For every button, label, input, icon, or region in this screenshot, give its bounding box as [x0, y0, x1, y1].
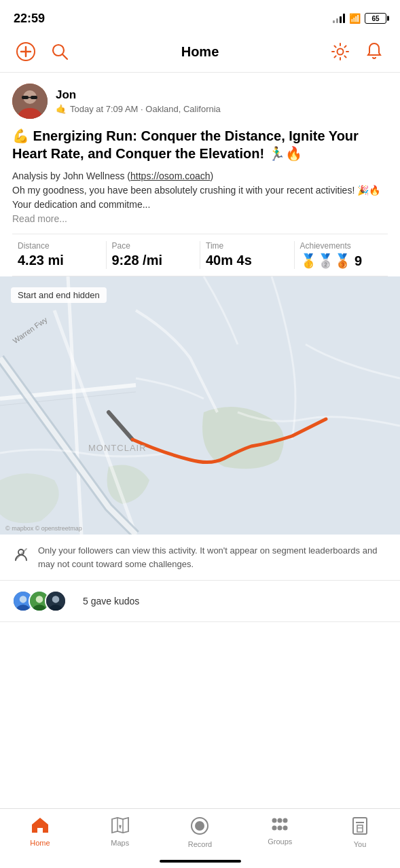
tab-you[interactable]: You [320, 814, 400, 848]
svg-point-36 [278, 818, 283, 823]
tab-maps-label: Maps [111, 839, 129, 847]
stats-row: Distance 4.23 mi Pace 9:28 /mi Time 40m … [12, 234, 388, 276]
svg-point-24 [36, 596, 43, 603]
kudos-avatars [12, 590, 67, 612]
add-button[interactable] [14, 39, 38, 64]
privacy-notice: Only your followers can view this activi… [0, 535, 400, 581]
home-indicator [160, 860, 241, 863]
stat-pace-label: Pace [112, 241, 195, 251]
tab-home[interactable]: Home [0, 814, 80, 847]
avatar[interactable] [12, 84, 48, 119]
svg-line-4 [62, 54, 67, 59]
svg-point-37 [283, 818, 288, 823]
svg-point-27 [52, 596, 60, 603]
status-bar: 22:59 📶 65 [0, 0, 400, 34]
tab-you-label: You [354, 840, 367, 848]
page-title: Home [181, 44, 219, 60]
stat-pace: Pace 9:28 /mi [107, 241, 201, 269]
post-timestamp: Today at 7:09 AM · Oakland, California [70, 104, 221, 114]
settings-button[interactable] [328, 39, 352, 64]
post-username: Jon [56, 88, 221, 102]
svg-rect-10 [31, 96, 37, 99]
tab-maps[interactable]: Maps [80, 814, 160, 847]
analysis-link[interactable]: https://osom.coach [130, 170, 211, 181]
status-icons: 📶 65 [333, 13, 386, 24]
map-city-label: MONTCLAIR [88, 443, 147, 453]
svg-point-39 [278, 826, 283, 831]
stat-distance: Distance 4.23 mi [12, 241, 107, 269]
privacy-text: Only your followers can view this activi… [38, 544, 388, 571]
stat-distance-value: 4.23 mi [18, 253, 101, 268]
read-more-button[interactable]: Read more... [12, 213, 388, 224]
svg-point-21 [20, 596, 27, 603]
svg-point-35 [272, 818, 277, 823]
hand-wave-icon: 🤙 [56, 104, 67, 114]
map-hidden-label: Start and end hidden [11, 287, 107, 303]
post-subtitle: 🤙 Today at 7:09 AM · Oakland, California [56, 104, 221, 114]
stat-time-label: Time [206, 241, 289, 251]
maps-icon [111, 817, 129, 836]
post-meta: Jon 🤙 Today at 7:09 AM · Oakland, Califo… [56, 88, 221, 114]
map-container[interactable]: © mapbox © openstreetmap Start and end h… [0, 276, 400, 535]
post-title: 💪 Energizing Run: Conquer the Distance, … [12, 127, 388, 162]
record-icon [191, 817, 208, 837]
svg-point-32 [119, 822, 122, 825]
nav-left [14, 39, 72, 64]
stat-achievements-value: 🥇🥈🥉 9 [300, 253, 383, 269]
you-icon [352, 817, 368, 837]
battery-icon: 65 [365, 13, 386, 24]
privacy-icon [12, 545, 30, 567]
groups-icon [271, 817, 289, 835]
svg-text:© mapbox © openstreetmap: © mapbox © openstreetmap [5, 525, 82, 532]
stat-distance-label: Distance [18, 241, 101, 251]
post-container: Jon 🤙 Today at 7:09 AM · Oakland, Califo… [0, 73, 400, 276]
stat-time-value: 40m 4s [206, 253, 289, 268]
tab-groups-label: Groups [268, 837, 292, 846]
svg-point-5 [337, 49, 343, 55]
kudos-row[interactable]: 5 gave kudos [0, 581, 400, 622]
kudos-text: 5 gave kudos [83, 596, 139, 607]
stat-achievements: Achievements 🥇🥈🥉 9 [295, 241, 388, 269]
search-button[interactable] [48, 39, 72, 64]
svg-rect-9 [22, 96, 29, 99]
analysis-suffix: ) [211, 170, 214, 181]
analysis-prefix: Analysis by John Wellness ( [12, 170, 130, 181]
tab-record-label: Record [188, 840, 212, 848]
stat-pace-value: 9:28 /mi [112, 253, 195, 268]
svg-point-38 [272, 826, 277, 831]
notifications-button[interactable] [362, 39, 386, 64]
nav-header: Home [0, 34, 400, 73]
svg-point-34 [195, 821, 204, 831]
svg-point-40 [283, 826, 288, 831]
tab-home-label: Home [30, 839, 50, 847]
signal-icon [333, 14, 345, 23]
nav-right [328, 39, 386, 64]
tab-record[interactable]: Record [160, 814, 240, 848]
home-icon [31, 817, 49, 836]
tab-bar: Home Maps Record [0, 808, 400, 868]
stat-achievements-label: Achievements [300, 241, 383, 251]
svg-rect-43 [357, 825, 363, 832]
status-time: 22:59 [14, 12, 45, 26]
kudos-avatar-3 [45, 590, 67, 612]
analysis-body: Oh my goodness, you have been absolutely… [12, 185, 380, 210]
analysis-text: Analysis by John Wellness (https://osom.… [12, 169, 388, 212]
tab-groups[interactable]: Groups [240, 814, 320, 846]
post-header: Jon 🤙 Today at 7:09 AM · Oakland, Califo… [12, 84, 388, 119]
stat-time: Time 40m 4s [200, 241, 295, 269]
svg-line-19 [16, 549, 26, 560]
wifi-icon: 📶 [349, 13, 361, 24]
